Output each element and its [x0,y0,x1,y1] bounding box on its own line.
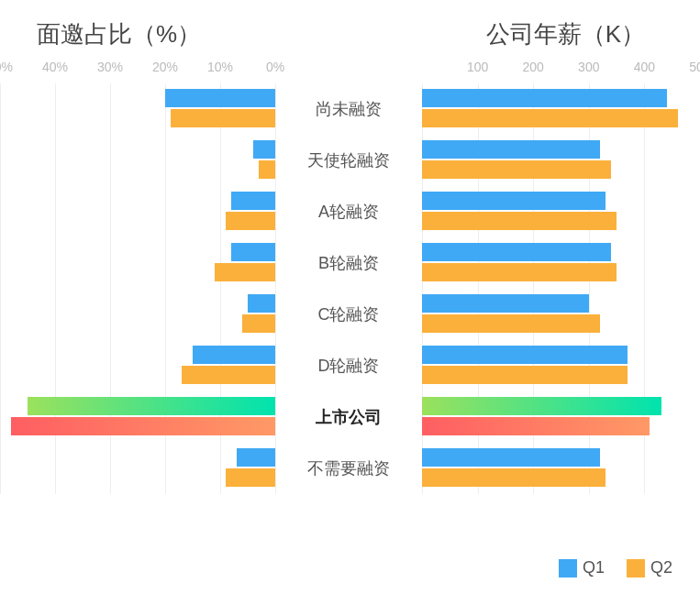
chart-row: 尚未融资 [0,83,700,135]
left-bar-q1 [237,448,275,467]
legend-item-q1: Q1 [559,558,605,578]
left-tick: 10% [207,60,233,74]
right-bar-q1 [422,192,606,210]
legend-label-q1: Q1 [583,558,605,578]
right-bar-q1 [422,243,611,261]
swatch-q2 [627,559,645,578]
left-bar-q2 [259,160,275,179]
left-bar-q1 [28,397,275,415]
legend-label-q2: Q2 [650,558,672,578]
left-bar-q2 [242,314,275,333]
right-bar-q2 [422,212,617,230]
category-label: 尚未融资 [275,83,422,135]
right-bar-q1 [422,89,667,107]
x-axis-row: 50%40%30%20%10%0% 100200300400500 [0,60,700,83]
category-label: B轮融资 [275,237,422,289]
left-tick: 20% [152,60,178,74]
left-bar-q2 [11,417,275,435]
chart-row: A轮融资 [0,186,700,237]
right-tick: 100 [467,60,488,74]
right-bar-q2 [422,263,617,281]
right-bar-q1 [422,397,661,415]
category-label: A轮融资 [275,186,422,237]
right-tick: 200 [523,60,544,74]
right-bar-q2 [422,417,650,435]
left-bar-q1 [253,140,275,159]
left-bar-q1 [165,89,275,107]
right-tick: 300 [578,60,599,74]
left-chart-title: 面邀占比（%） [37,18,201,50]
left-bar-q2 [215,263,275,281]
chart-row: C轮融资 [0,289,700,340]
category-label: C轮融资 [275,289,422,340]
left-bar-q1 [231,243,275,261]
right-tick: 500 [689,60,700,74]
right-bar-q2 [422,160,611,179]
chart-row: 不需要融资 [0,443,700,494]
legend: Q1 Q2 [559,558,672,578]
right-bar-q1 [422,346,628,364]
left-tick: 30% [97,60,123,74]
category-label: 天使轮融资 [275,135,422,186]
chart-row: 天使轮融资 [0,135,700,186]
plot-area: 尚未融资天使轮融资A轮融资B轮融资C轮融资D轮融资上市公司不需要融资 [0,83,700,494]
right-tick: 400 [634,60,655,74]
category-label: 不需要融资 [275,443,422,494]
left-tick: 40% [42,60,68,74]
category-label: D轮融资 [275,340,422,391]
right-chart-title: 公司年薪（K） [486,18,645,50]
left-tick: 0% [266,60,284,74]
right-bar-q1 [422,140,600,159]
right-bar-q2 [422,109,678,127]
swatch-q1 [559,559,577,578]
left-bar-q2 [226,212,275,230]
left-tick: 50% [0,60,13,74]
chart-row: 上市公司 [0,391,700,443]
right-bar-q2 [422,366,628,384]
left-bar-q2 [182,366,275,384]
legend-item-q2: Q2 [627,558,672,578]
left-bar-q2 [171,109,275,127]
category-label: 上市公司 [275,391,422,443]
left-bar-q1 [193,346,275,364]
left-bar-q1 [248,294,275,313]
chart-row: D轮融资 [0,340,700,391]
right-bar-q2 [422,314,600,333]
chart-row: B轮融资 [0,237,700,289]
left-bar-q2 [226,468,275,487]
left-bar-q1 [231,192,275,210]
right-bar-q1 [422,448,600,467]
right-bar-q2 [422,468,606,487]
right-bar-q1 [422,294,589,313]
